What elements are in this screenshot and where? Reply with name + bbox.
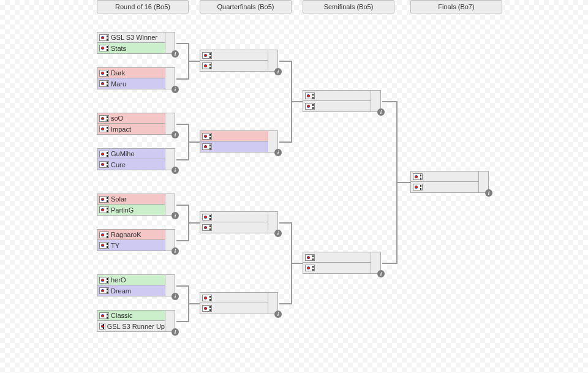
- player-row[interactable]: [200, 211, 268, 222]
- connector: [188, 222, 200, 224]
- connector: [382, 263, 396, 264]
- player-row[interactable]: [410, 182, 479, 193]
- match-r16-7: ClassicGSL S3 Runner Upi: [97, 310, 176, 332]
- info-icon[interactable]: i: [172, 247, 179, 255]
- connector: [279, 141, 291, 143]
- player-name: Cure: [111, 161, 126, 168]
- player-name: Dark: [111, 69, 125, 77]
- info-icon[interactable]: i: [172, 293, 179, 300]
- match-r16-3: GuMihoCurei: [97, 148, 176, 170]
- info-icon[interactable]: i: [485, 189, 492, 197]
- round-header-f[interactable]: Finals (Bo7): [410, 0, 502, 13]
- connector: [188, 141, 200, 143]
- flag-kr-icon: [99, 126, 109, 132]
- round-header-r16[interactable]: Round of 16 (Bo5): [97, 0, 189, 13]
- player-row[interactable]: Impact: [97, 124, 165, 135]
- connector: [176, 43, 188, 44]
- connector: [291, 263, 303, 264]
- info-icon[interactable]: i: [172, 131, 179, 138]
- player-row[interactable]: [200, 292, 268, 303]
- match-r16-2: soOImpacti: [97, 113, 176, 135]
- connector: [188, 61, 200, 62]
- player-row[interactable]: GSL S3 Runner Up: [97, 321, 165, 332]
- player-row[interactable]: [303, 101, 371, 112]
- info-icon[interactable]: i: [377, 108, 385, 116]
- player-row[interactable]: Cure: [97, 159, 165, 170]
- flag-kr-icon: [99, 34, 109, 41]
- match-r16-5: RagnaroKTYi: [97, 229, 176, 251]
- info-icon[interactable]: i: [172, 86, 179, 93]
- match-r16-0: GSL S3 WinnerStatsi: [97, 32, 176, 54]
- player-row[interactable]: TY: [97, 240, 165, 251]
- round-header-qf[interactable]: Quarterfinals (Bo5): [200, 0, 292, 13]
- player-row[interactable]: [200, 61, 268, 72]
- flag-kr-icon: [99, 242, 109, 249]
- player-row[interactable]: GuMiho: [97, 148, 165, 159]
- player-row[interactable]: herO: [97, 274, 165, 285]
- flag-kr-icon: [305, 265, 315, 271]
- player-row[interactable]: soO: [97, 113, 165, 124]
- flag-kr-icon: [202, 224, 212, 231]
- flag-kr-icon: [99, 287, 109, 294]
- flag-kr-icon: [99, 323, 105, 330]
- connector: [176, 78, 188, 80]
- player-row[interactable]: [200, 303, 268, 314]
- info-icon[interactable]: i: [274, 68, 282, 75]
- flag-kr-icon: [413, 173, 423, 180]
- info-icon[interactable]: i: [172, 167, 179, 174]
- flag-kr-icon: [202, 214, 212, 220]
- flag-kr-icon: [99, 80, 109, 87]
- bracket-stage: Round of 16 (Bo5)Quarterfinals (Bo5)Semi…: [0, 0, 588, 373]
- info-icon[interactable]: i: [274, 311, 282, 318]
- connector: [279, 303, 291, 304]
- player-name: GSL S3 Winner: [111, 34, 157, 41]
- player-row[interactable]: Solar: [97, 194, 165, 205]
- connector: [291, 101, 303, 102]
- flag-kr-icon: [202, 305, 212, 312]
- player-row[interactable]: GSL S3 Winner: [97, 32, 165, 43]
- player-row[interactable]: Maru: [97, 78, 165, 89]
- connector: [188, 303, 200, 304]
- player-name: Impact: [111, 126, 131, 133]
- player-name: PartinG: [111, 206, 134, 214]
- player-row[interactable]: [200, 50, 268, 61]
- info-icon[interactable]: i: [172, 212, 179, 219]
- player-row[interactable]: Dream: [97, 285, 165, 296]
- player-row[interactable]: Stats: [97, 43, 165, 54]
- player-row[interactable]: RagnaroK: [97, 229, 165, 240]
- flag-kr-icon: [202, 62, 212, 69]
- player-row[interactable]: [200, 222, 268, 233]
- player-row[interactable]: [303, 90, 371, 101]
- player-name: Maru: [111, 80, 126, 88]
- flag-kr-icon: [305, 92, 315, 99]
- connector: [176, 285, 188, 287]
- match-r16-1: DarkMarui: [97, 67, 176, 89]
- player-row[interactable]: [410, 171, 479, 182]
- player-name: Classic: [111, 312, 132, 319]
- player-row[interactable]: Classic: [97, 310, 165, 321]
- round-header-sf[interactable]: Semifinals (Bo5): [303, 0, 394, 13]
- flag-kr-icon: [99, 232, 109, 238]
- info-icon[interactable]: i: [172, 50, 179, 58]
- match-qf-3: i: [200, 292, 279, 314]
- match-qf-0: i: [200, 50, 279, 72]
- info-icon[interactable]: i: [274, 149, 282, 156]
- connector: [176, 159, 188, 160]
- info-icon[interactable]: i: [172, 328, 179, 336]
- info-icon[interactable]: i: [274, 230, 282, 237]
- flag-kr-icon: [202, 295, 212, 301]
- player-row[interactable]: [303, 252, 371, 263]
- player-name: herO: [111, 276, 126, 284]
- player-row[interactable]: [200, 130, 268, 141]
- player-row[interactable]: PartinG: [97, 205, 165, 216]
- flag-kr-icon: [305, 254, 315, 261]
- flag-kr-icon: [99, 277, 109, 284]
- player-row[interactable]: [303, 263, 371, 274]
- player-name: Solar: [111, 195, 127, 203]
- player-row[interactable]: [200, 141, 268, 153]
- flag-kr-icon: [99, 151, 109, 157]
- match-r16-4: SolarPartinGi: [97, 194, 176, 216]
- info-icon[interactable]: i: [377, 270, 385, 277]
- connector: [176, 321, 188, 322]
- player-row[interactable]: Dark: [97, 67, 165, 78]
